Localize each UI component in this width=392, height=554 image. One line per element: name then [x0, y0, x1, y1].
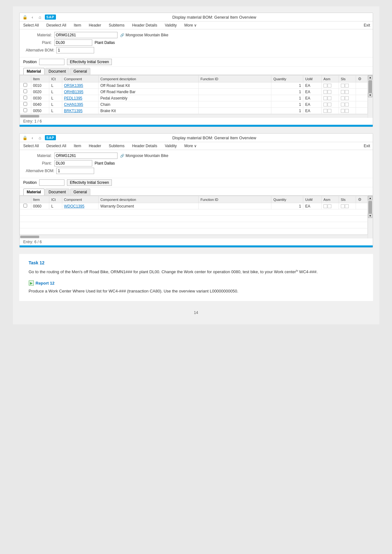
position-label-2: Position: [23, 180, 37, 185]
position-label: Position: [23, 60, 37, 64]
menu-select-all[interactable]: Select All: [22, 22, 40, 28]
menu-header-details-2[interactable]: Header Details: [131, 143, 158, 149]
back-icon[interactable]: ‹: [30, 14, 35, 20]
material-input-2[interactable]: [54, 153, 118, 159]
row-component[interactable]: BRKT1395: [62, 108, 98, 114]
row-asm: [321, 95, 339, 101]
empty-row: [20, 216, 367, 222]
row-checkbox[interactable]: [23, 83, 27, 87]
row-check[interactable]: [20, 82, 31, 89]
scroll-thumb-2[interactable]: [368, 201, 372, 214]
tab-material-2[interactable]: Material: [23, 189, 45, 195]
vertical-scrollbar-2[interactable]: ▲ ▼: [368, 196, 373, 238]
row-component[interactable]: ORHB1395: [62, 89, 98, 95]
th-component: Component: [62, 75, 98, 82]
row-check-2[interactable]: [20, 203, 31, 209]
th-uom: UoM: [303, 75, 322, 82]
menu-validity-2[interactable]: Validity: [164, 143, 178, 149]
bom-table-1: Item ICt Component Component description…: [20, 75, 368, 114]
th-qty: Quantity: [271, 75, 303, 82]
vertical-scrollbar-1[interactable]: ▲ ▼: [368, 75, 373, 118]
row-checkbox[interactable]: [23, 108, 27, 112]
table-row: 0050 L BRKT1395 Brake Kit 1 EA: [20, 108, 367, 114]
material-input[interactable]: [54, 32, 118, 38]
th-settings: ⚙: [356, 75, 367, 82]
row-check[interactable]: [20, 89, 31, 95]
effectivity-btn-2[interactable]: Effectivity Initial Screen: [67, 179, 112, 186]
scroll-thumb[interactable]: [368, 80, 372, 93]
menu-more-2[interactable]: More ∨: [183, 143, 198, 149]
entry-label: Entry:: [23, 119, 33, 123]
plant-name-2: Plant Dallas: [95, 161, 115, 166]
row-item-2: 0060: [31, 203, 49, 209]
row-extra-2: [356, 203, 367, 209]
alt-bom-input[interactable]: [56, 47, 94, 53]
menu-header-2[interactable]: Header: [87, 143, 102, 149]
scroll-down-arrow-2[interactable]: ▼: [368, 214, 372, 218]
exit-button-2[interactable]: Exit: [364, 144, 370, 148]
page-wrapper: 🔒 ‹ ⌂ SAP Display material BOM: General …: [13, 6, 379, 324]
back-icon-2[interactable]: ‹: [30, 135, 35, 141]
menu-header-details[interactable]: Header Details: [131, 22, 158, 28]
horizontal-scrollbar-2[interactable]: [20, 235, 368, 238]
menu-item-2[interactable]: Item: [73, 143, 82, 149]
row-component[interactable]: PEDL1395: [62, 95, 98, 101]
tab-general[interactable]: General: [70, 68, 91, 75]
settings-icon-2[interactable]: ⚙: [358, 197, 362, 202]
row-component[interactable]: CHAN1395: [62, 101, 98, 108]
scroll-down-arrow[interactable]: ▼: [368, 93, 372, 97]
position-input[interactable]: [39, 59, 64, 65]
settings-icon[interactable]: ⚙: [358, 76, 362, 81]
menu-deselect-all[interactable]: Deselect All: [45, 22, 68, 28]
menu-subitems[interactable]: Subitems: [107, 22, 126, 28]
menu-header[interactable]: Header: [87, 22, 102, 28]
menu-subitems-2[interactable]: Subitems: [107, 143, 126, 149]
lock-icon-2[interactable]: 🔒: [22, 135, 28, 141]
row-check[interactable]: [20, 101, 31, 108]
tab-material[interactable]: Material: [23, 68, 45, 75]
menu-validity[interactable]: Validity: [164, 22, 178, 28]
link-icon: 🔗: [120, 33, 124, 37]
home-icon[interactable]: ⌂: [37, 14, 43, 20]
row-checkbox-2[interactable]: [23, 204, 27, 208]
row-qty: 1: [271, 95, 303, 101]
th-check: [20, 75, 31, 82]
position-row-1: Position Effectivity Initial Screen: [20, 57, 373, 67]
effectivity-btn[interactable]: Effectivity Initial Screen: [67, 59, 112, 65]
tab-document[interactable]: Document: [45, 68, 69, 75]
top-bar-icons: 🔒 ‹ ⌂ SAP: [22, 14, 56, 20]
plant-code-input-2[interactable]: [54, 160, 92, 166]
menu-more[interactable]: More ∨: [183, 22, 198, 28]
row-component[interactable]: ORSK1395: [62, 82, 98, 89]
row-checkbox[interactable]: [23, 96, 27, 99]
th-qty-2: Quantity: [271, 196, 303, 203]
menu-deselect-all-2[interactable]: Deselect All: [45, 143, 68, 149]
form-area-2: Material: 🔗 Mongoose Mountain Bike Plant…: [20, 150, 373, 178]
tab-area-1: Material Document General: [20, 67, 373, 75]
tab-general-2[interactable]: General: [70, 189, 91, 195]
alt-bom-input-2[interactable]: [56, 168, 94, 174]
row-check[interactable]: [20, 108, 31, 114]
scroll-up-arrow-2[interactable]: ▲: [368, 196, 372, 200]
home-icon-2[interactable]: ⌂: [37, 135, 43, 141]
table-row: 0030 L PEDL1395 Pedal Assembly 1 EA: [20, 95, 367, 101]
h-scroll-thumb-2[interactable]: [20, 236, 39, 238]
plant-code-input[interactable]: [54, 39, 92, 46]
row-component-2[interactable]: WDOC1395: [62, 203, 98, 209]
position-input-2[interactable]: [39, 179, 64, 186]
row-sls-2: [339, 203, 356, 209]
row-checkbox[interactable]: [23, 102, 27, 106]
exit-button[interactable]: Exit: [364, 23, 370, 27]
scroll-up-arrow[interactable]: ▲: [368, 75, 372, 80]
horizontal-scrollbar-1[interactable]: [20, 114, 368, 118]
row-extra: [356, 95, 367, 101]
h-scroll-thumb[interactable]: [20, 115, 39, 117]
menu-item[interactable]: Item: [73, 22, 82, 28]
entry-row-1: Entry: 1 / 6: [20, 118, 373, 125]
row-check[interactable]: [20, 95, 31, 101]
row-checkbox[interactable]: [23, 89, 27, 93]
menu-select-all-2[interactable]: Select All: [22, 143, 40, 149]
tab-document-2[interactable]: Document: [45, 189, 69, 195]
lock-icon[interactable]: 🔒: [22, 14, 28, 20]
form-area-1: Material: 🔗 Mongoose Mountain Bike Plant…: [20, 29, 373, 57]
